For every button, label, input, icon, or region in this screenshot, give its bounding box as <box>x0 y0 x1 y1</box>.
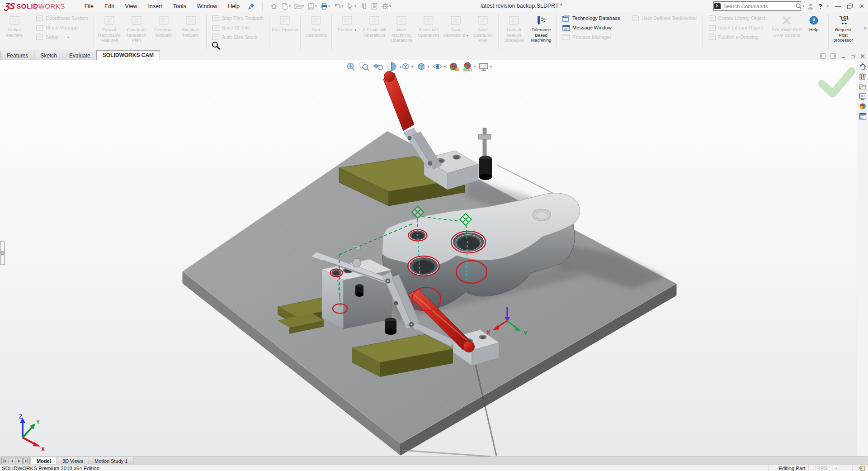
select-cursor-button[interactable]: ▾ <box>345 2 358 11</box>
tab-features[interactable]: Features <box>0 51 34 60</box>
last-tab-button[interactable] <box>23 458 30 464</box>
menu-help[interactable]: Help <box>223 1 245 12</box>
ribbon-button-tolerance-based-machining[interactable]: Tolerance Based Machining <box>528 13 555 51</box>
menu-insert[interactable]: Insert <box>143 1 167 12</box>
help-question-button[interactable]: ? <box>819 3 823 10</box>
3d-scene[interactable]: X Y Z Y X <box>0 60 857 457</box>
new-document-button[interactable]: ▾ <box>280 2 292 11</box>
section-view-button[interactable] <box>386 61 397 72</box>
setup-caret-icon[interactable]: ▾ <box>67 35 69 39</box>
print-button[interactable]: ▾ <box>319 2 331 11</box>
ribbon-button-insert-library-object[interactable]: Insert Library Object <box>707 24 768 32</box>
display-style-button[interactable]: ▾ <box>415 61 430 72</box>
ribbon-button-3-axis-mill-operations[interactable]: 3 Axis Mill Operations <box>415 13 442 51</box>
open-document-caret-icon[interactable]: ▾ <box>302 4 304 8</box>
view-settings-button[interactable]: ▾ <box>478 61 492 72</box>
ribbon-button-create-library-object[interactable]: Create Library Object <box>707 14 768 22</box>
options-gear-button[interactable]: ▾ <box>380 2 392 11</box>
document-tab-motion-study-1[interactable]: Motion Study 1 <box>89 457 133 465</box>
previous-view-button[interactable] <box>372 61 384 72</box>
restore-button[interactable] <box>847 4 853 9</box>
ribbon-button-extract-machinable-features[interactable]: Extract Machinable Features <box>96 13 123 51</box>
minimize-button[interactable]: — <box>833 3 843 10</box>
ribbon-button-2-5-axis-mill-operations[interactable]: 2.5 Axis Mill Operations <box>361 13 388 51</box>
previous-window-icon[interactable] <box>819 53 826 59</box>
search-magnifier-icon[interactable] <box>795 3 802 10</box>
task-pane-appearances-scenes-button[interactable] <box>858 102 868 110</box>
ribbon-button-step-thru-toolpath[interactable]: Step Thru Toolpath <box>210 14 266 22</box>
ribbon-button-publish-e-drawing[interactable]: Publish e-Drawing <box>707 33 768 41</box>
options-gear-caret-icon[interactable]: ▾ <box>389 4 391 8</box>
previous-tab-button[interactable] <box>9 458 15 464</box>
save-button[interactable]: ▾ <box>306 2 318 11</box>
next-window-icon[interactable] <box>830 53 837 59</box>
tab-solidworks-cam[interactable]: SOLIDWORKS CAM <box>96 50 160 60</box>
zoom-to-area-button[interactable] <box>359 61 370 72</box>
task-pane-home-button[interactable] <box>858 62 868 71</box>
task-pane-custom-properties-button[interactable] <box>858 112 868 120</box>
ribbon-overflow-chevron[interactable]: » <box>863 25 867 31</box>
file-properties-button[interactable] <box>369 2 379 11</box>
hide-show-tags-icon[interactable] <box>859 466 865 471</box>
task-pane-design-library-button[interactable] <box>858 72 868 81</box>
ribbon-button-default-feature-strategies[interactable]: Default Feature Strategies <box>500 13 528 51</box>
pin-menubar-icon[interactable] <box>248 3 255 10</box>
document-tab-3d-views[interactable]: 3D Views <box>57 457 89 465</box>
confirmation-check-icon[interactable] <box>822 71 852 94</box>
tab-sketch[interactable]: Sketch <box>34 51 63 60</box>
print-caret-icon[interactable]: ▾ <box>328 4 330 8</box>
ribbon-button-auto-size-stock[interactable]: Auto-Size Stock <box>210 33 266 41</box>
ribbon-button-hole-machining-operations[interactable]: Hole Machining Operations <box>388 13 415 51</box>
ribbon-button-technology-database[interactable]: Technology Database <box>561 14 622 22</box>
menu-file[interactable]: File <box>80 1 99 12</box>
tab-evaluate[interactable]: Evaluate <box>63 51 97 60</box>
home-button[interactable] <box>269 2 279 11</box>
first-tab-button[interactable] <box>1 458 8 464</box>
ribbon-button-message-window[interactable]: Message Window <box>561 24 622 32</box>
next-tab-button[interactable] <box>16 458 23 464</box>
save-caret-icon[interactable]: ▾ <box>315 4 317 8</box>
attach-button[interactable] <box>359 2 368 11</box>
ribbon-button-process-manager[interactable]: Process Manager <box>561 33 622 41</box>
close-document-icon[interactable] <box>860 53 865 59</box>
undo-caret-icon[interactable]: ▾ <box>341 4 343 8</box>
graphics-viewport[interactable]: X Y Z Y X ▾▾▾▾▾ <box>0 60 868 457</box>
help-caret-icon[interactable]: ▾ <box>827 4 829 8</box>
close-button[interactable]: ✕ <box>858 3 866 10</box>
ribbon-button-sort-operations[interactable]: Sort Operations <box>302 13 330 51</box>
task-pane-file-explorer-button[interactable] <box>858 82 868 90</box>
restore-document-icon[interactable] <box>850 53 856 59</box>
apply-scene-button[interactable]: ▾ <box>462 61 476 72</box>
search-caret-icon[interactable]: ▾ <box>802 4 804 8</box>
ribbon-button-user-defined-tool-holder[interactable]: User Defined Tool/Holder <box>630 14 699 22</box>
minimize-document-icon[interactable] <box>841 53 846 59</box>
view-settings-caret-icon[interactable]: ▾ <box>490 65 492 69</box>
apply-scene-caret-icon[interactable]: ▾ <box>474 65 476 69</box>
ribbon-button-stock-manager[interactable]: Stock Manager <box>34 24 90 32</box>
ribbon-button-coordinate-system[interactable]: Coordinate System <box>34 14 90 22</box>
undo-button[interactable]: ▾ <box>332 2 344 11</box>
document-tab-model[interactable]: Model <box>31 457 57 465</box>
ribbon-button-turn-operations[interactable]: Turn Operations ▾ <box>442 13 469 51</box>
search-commands-box[interactable]: ▾ <box>713 1 801 11</box>
view-orientation-button[interactable]: ▾ <box>399 61 414 72</box>
ribbon-button-help[interactable]: ?Help <box>800 13 827 51</box>
ribbon-button-simulate-toolpath[interactable]: Simulate Toolpath <box>177 13 204 51</box>
hide-show-items-button[interactable]: ▾ <box>432 61 446 72</box>
menu-view[interactable]: View <box>120 1 142 12</box>
task-pane-view-palette-button[interactable] <box>858 92 868 100</box>
zoom-to-fit-button[interactable] <box>345 61 357 72</box>
feature-tree-splitter-tab[interactable] <box>0 241 5 265</box>
edit-appearance-button[interactable] <box>448 61 460 72</box>
display-style-caret-icon[interactable]: ▾ <box>428 65 429 69</box>
new-document-caret-icon[interactable]: ▾ <box>289 4 291 8</box>
units-selector[interactable]: IPS <box>819 466 827 471</box>
ribbon-button-post-process[interactable]: Post Process <box>271 13 298 51</box>
ribbon-button-generate-operation-plan[interactable]: Generate Operation Plan <box>123 13 150 51</box>
search-input[interactable] <box>722 4 795 9</box>
ribbon-button-request-post-processor[interactable]: G1Request Post processor <box>830 13 857 51</box>
ribbon-button-setup[interactable]: Setup▾ <box>34 33 90 41</box>
menu-tools[interactable]: Tools <box>168 1 191 12</box>
ribbon-button-save-cl-file[interactable]: Save CL File <box>210 24 266 32</box>
hide-show-items-caret-icon[interactable]: ▾ <box>444 65 446 69</box>
